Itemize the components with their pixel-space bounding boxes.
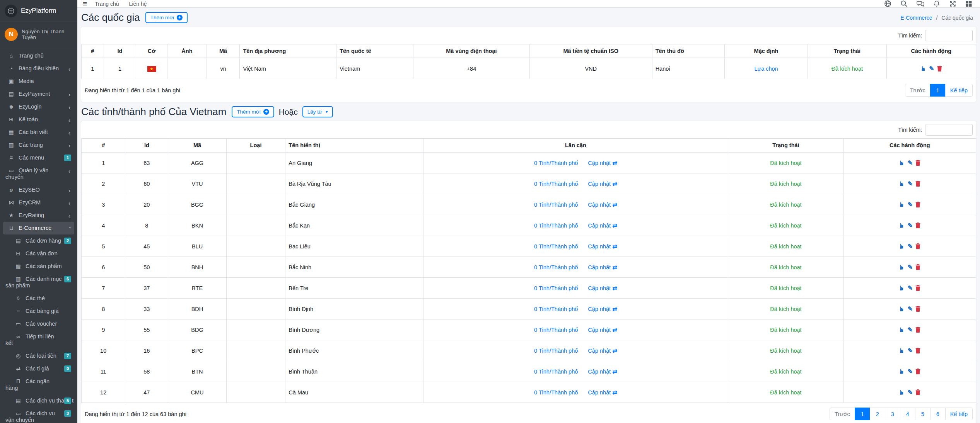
neighbor-update-link[interactable]: Cập nhật	[588, 369, 611, 375]
pagination-page-1[interactable]: 1	[855, 408, 870, 420]
neighbor-update-link[interactable]: Cập nhật	[588, 389, 611, 396]
sidebar-link-e-commerce[interactable]: ⊔E-Commerce	[3, 222, 74, 234]
trash-icon[interactable]	[915, 327, 920, 333]
sidebar-link-accounting[interactable]: ⊞Kế toán	[3, 113, 74, 126]
sidebar-link-product-categories[interactable]: ▥Các danh mục sản phẩm	[3, 273, 74, 292]
select-pointer-icon[interactable]: ☛	[898, 327, 906, 333]
sidebar-link-ezylogin[interactable]: ☻EzyLogin	[3, 100, 74, 113]
trash-icon[interactable]	[915, 264, 920, 270]
sidebar-link-ezyrating[interactable]: ★EzyRating	[3, 209, 74, 222]
globe-icon[interactable]	[884, 0, 891, 7]
neighbor-update-link[interactable]: Cập nhật	[588, 306, 611, 312]
select-pointer-icon[interactable]: ☛	[898, 264, 906, 270]
trash-icon[interactable]	[915, 181, 920, 187]
neighbor-count-link[interactable]: 0 Tỉnh/Thành phố	[534, 160, 578, 166]
neighbor-count-link[interactable]: 0 Tỉnh/Thành phố	[534, 223, 578, 229]
neighbor-update-link[interactable]: Cập nhật	[588, 243, 611, 250]
exchange-icon[interactable]: ⇄	[611, 347, 617, 354]
brand[interactable]: EzyPlatform	[0, 0, 77, 22]
exchange-icon[interactable]: ⇄	[611, 264, 617, 270]
edit-icon[interactable]: ✎	[908, 389, 913, 396]
edit-icon[interactable]: ✎	[908, 326, 913, 333]
pagination-prev[interactable]: Trước	[905, 84, 930, 97]
neighbor-count-link[interactable]: 0 Tỉnh/Thành phố	[534, 306, 578, 312]
pagination-next[interactable]: Kế tiếp	[945, 84, 973, 97]
neighbor-count-link[interactable]: 0 Tỉnh/Thành phố	[534, 264, 578, 270]
sidebar-link-pages[interactable]: ▥Các trang	[3, 139, 74, 151]
sidebar-link-menus[interactable]: ≡Các menu	[3, 151, 74, 164]
sidebar-link-price-lists[interactable]: ≡Các bảng giá	[3, 305, 74, 318]
default-select-link[interactable]: Lựa chọn	[754, 66, 778, 72]
neighbor-update-link[interactable]: Cập nhật	[588, 160, 611, 166]
neighbor-update-link[interactable]: Cập nhật	[588, 285, 611, 291]
countries-search-input[interactable]	[925, 30, 973, 41]
expand-icon[interactable]	[949, 0, 956, 7]
edit-icon[interactable]: ✎	[908, 159, 913, 166]
exchange-icon[interactable]: ⇄	[611, 389, 617, 396]
provinces-search-input[interactable]	[925, 124, 973, 136]
trash-icon[interactable]	[915, 285, 920, 291]
trash-icon[interactable]	[915, 243, 920, 249]
trash-icon[interactable]	[915, 160, 920, 166]
pagination-page-2[interactable]: 2	[870, 408, 885, 420]
sidebar-link-ezyseo[interactable]: ⌀EzySEO	[3, 183, 74, 196]
add-province-button[interactable]: Thêm mới +	[232, 106, 274, 117]
sidebar-link-shipping-management[interactable]: ▭Quản lý vận chuyển	[3, 164, 74, 183]
neighbor-count-link[interactable]: 0 Tỉnh/Thành phố	[534, 285, 578, 291]
sidebar-link-shipping-services[interactable]: ▭Các dịch vụ vận chuyển	[3, 407, 74, 423]
neighbor-update-link[interactable]: Cập nhật	[588, 327, 611, 333]
neighbor-count-link[interactable]: 0 Tỉnh/Thành phố	[534, 369, 578, 375]
trash-icon[interactable]	[915, 306, 920, 312]
sidebar-link-shipments[interactable]: ⊟Các vận đơn	[3, 247, 74, 260]
sidebar-link-ezypayment[interactable]: ▤EzyPayment	[3, 88, 74, 100]
edit-icon[interactable]: ✎	[908, 201, 913, 208]
trash-icon[interactable]	[915, 348, 920, 353]
exchange-icon[interactable]: ⇄	[611, 285, 617, 291]
sidebar-link-posts[interactable]: ▦Các bài viết	[3, 126, 74, 139]
exchange-icon[interactable]: ⇄	[611, 243, 617, 250]
select-pointer-icon[interactable]: ☛	[898, 369, 906, 374]
add-country-button[interactable]: Thêm mới +	[145, 12, 188, 23]
edit-icon[interactable]: ✎	[908, 243, 913, 250]
neighbor-count-link[interactable]: 0 Tỉnh/Thành phố	[534, 181, 578, 187]
neighbor-update-link[interactable]: Cập nhật	[588, 264, 611, 270]
search-icon[interactable]	[900, 0, 908, 7]
sidebar-link-orders[interactable]: ▤Các đơn hàng	[3, 234, 74, 247]
select-pointer-icon[interactable]: ☛	[898, 285, 906, 291]
sidebar-link-ezycrm[interactable]: ⋈EzyCRM	[3, 196, 74, 209]
pagination-page-4[interactable]: 4	[900, 408, 915, 420]
bell-icon[interactable]	[933, 0, 940, 7]
topbar-link-home[interactable]: Trang chủ	[95, 1, 119, 7]
neighbor-count-link[interactable]: 0 Tỉnh/Thành phố	[534, 389, 578, 396]
fetch-from-button[interactable]: Lấy từ ▾	[302, 106, 333, 117]
select-pointer-icon[interactable]: ☛	[898, 389, 906, 395]
neighbor-count-link[interactable]: 0 Tỉnh/Thành phố	[534, 243, 578, 250]
exchange-icon[interactable]: ⇄	[611, 180, 617, 187]
neighbor-count-link[interactable]: 0 Tỉnh/Thành phố	[534, 202, 578, 208]
select-pointer-icon[interactable]: ☛	[898, 243, 906, 249]
edit-icon[interactable]: ✎	[908, 180, 913, 187]
sidebar-link-dashboard[interactable]: ◔Bảng điều khiển	[3, 62, 74, 75]
neighbor-update-link[interactable]: Cập nhật	[588, 348, 611, 354]
exchange-icon[interactable]: ⇄	[611, 368, 617, 375]
comments-icon[interactable]	[917, 0, 924, 7]
select-pointer-icon[interactable]: ☛	[919, 66, 927, 71]
sidebar-link-products[interactable]: ▩Các sản phẩm	[3, 260, 74, 273]
select-pointer-icon[interactable]: ☛	[898, 306, 906, 312]
sidebar-link-media[interactable]: ▣Media	[3, 75, 74, 88]
edit-icon[interactable]: ✎	[908, 347, 913, 354]
edit-icon[interactable]: ✎	[929, 65, 934, 72]
sidebar-link-currencies[interactable]: ◎Các loại tiền	[3, 350, 74, 362]
hamburger-icon[interactable]: ≡	[83, 0, 87, 7]
sidebar-link-vouchers[interactable]: ▭Các voucher	[3, 318, 74, 330]
pagination-page-3[interactable]: 3	[885, 408, 900, 420]
trash-icon[interactable]	[915, 223, 920, 228]
sidebar-link-banks[interactable]: ΠCác ngân hàng	[3, 375, 74, 394]
neighbor-update-link[interactable]: Cập nhật	[588, 223, 611, 229]
pagination-page-5[interactable]: 5	[915, 408, 930, 420]
edit-icon[interactable]: ✎	[908, 368, 913, 375]
select-pointer-icon[interactable]: ☛	[898, 160, 906, 166]
neighbor-count-link[interactable]: 0 Tỉnh/Thành phố	[534, 348, 578, 354]
exchange-icon[interactable]: ⇄	[611, 201, 617, 208]
sidebar-link-home[interactable]: ⌂Trang chủ	[3, 49, 74, 62]
